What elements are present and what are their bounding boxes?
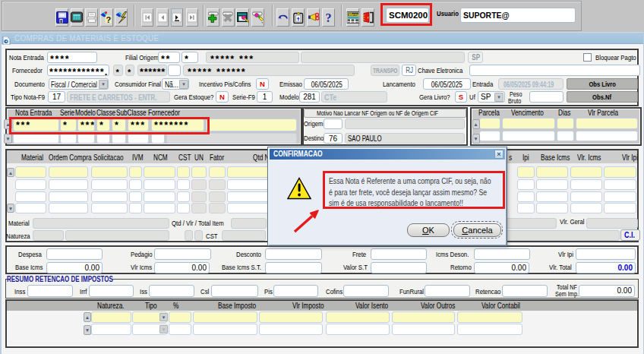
svg-text:?: ?	[325, 11, 331, 24]
svg-text:?: ?	[106, 15, 112, 24]
svg-text:Menu: Menu	[348, 12, 358, 17]
